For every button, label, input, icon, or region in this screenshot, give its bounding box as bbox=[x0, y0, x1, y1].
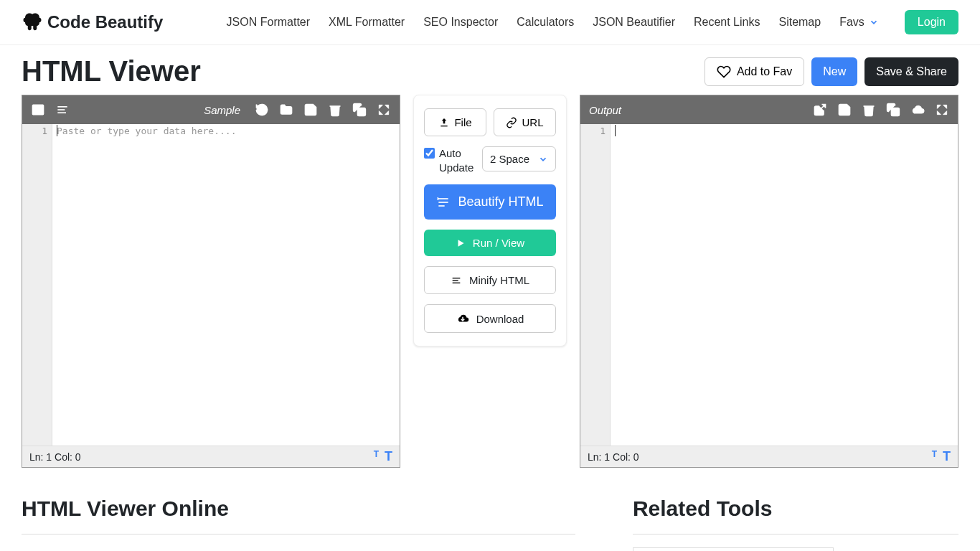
output-toolbar: Output bbox=[580, 95, 958, 124]
page-title: HTML Viewer bbox=[22, 55, 201, 88]
nav-favs[interactable]: Favs bbox=[839, 16, 879, 29]
nav-json-formatter[interactable]: JSON Formatter bbox=[227, 16, 310, 29]
add-to-fav-button[interactable]: Add to Fav bbox=[705, 57, 804, 86]
main: Sample 1 Paste or type your data here...… bbox=[0, 95, 980, 482]
input-status-bar: Ln: 1 Col: 0 T T bbox=[22, 446, 400, 467]
input-cursor-pos: Ln: 1 Col: 0 bbox=[29, 451, 81, 463]
title-row: HTML Viewer Add to Fav New Save & Share bbox=[0, 45, 980, 95]
nav-sitemap[interactable]: Sitemap bbox=[778, 16, 821, 29]
nav-xml-formatter[interactable]: XML Formatter bbox=[329, 16, 405, 29]
output-label: Output bbox=[589, 104, 621, 116]
beautify-button[interactable]: Beautify HTML bbox=[424, 184, 556, 220]
indent-select[interactable]: 2 Space bbox=[482, 146, 556, 171]
run-button[interactable]: Run / View bbox=[424, 230, 556, 256]
history-icon[interactable] bbox=[255, 103, 269, 117]
input-gutter: 1 bbox=[22, 124, 52, 446]
cloud-download-icon bbox=[456, 312, 469, 325]
external-icon[interactable] bbox=[813, 103, 827, 117]
output-gutter: 1 bbox=[580, 124, 611, 446]
related-item[interactable] bbox=[633, 547, 834, 551]
chevron-down-icon bbox=[538, 154, 548, 164]
input-textarea[interactable]: Paste or type your data here.... bbox=[52, 124, 400, 446]
folder-icon[interactable] bbox=[279, 103, 293, 117]
download-button[interactable]: Download bbox=[424, 304, 556, 333]
text-size-controls: T T bbox=[932, 449, 951, 464]
header: Code Beautify JSON Formatter XML Formatt… bbox=[0, 0, 980, 45]
save-icon[interactable] bbox=[837, 103, 852, 117]
input-toolbar: Sample bbox=[22, 95, 400, 124]
nav-json-beautifier[interactable]: JSON Beautifier bbox=[593, 16, 675, 29]
save-icon[interactable] bbox=[303, 103, 318, 117]
menu-icon[interactable] bbox=[55, 103, 70, 117]
title-actions: Add to Fav New Save & Share bbox=[705, 57, 958, 86]
compress-icon bbox=[451, 275, 462, 286]
divider bbox=[633, 534, 958, 534]
trash-icon[interactable] bbox=[862, 103, 876, 117]
svg-marker-13 bbox=[458, 240, 463, 246]
trash-icon[interactable] bbox=[328, 103, 342, 117]
auto-update-checkbox[interactable] bbox=[424, 148, 435, 159]
text-size-controls: T T bbox=[374, 449, 392, 464]
divider bbox=[22, 534, 575, 534]
output-status-bar: Ln: 1 Col: 0 T T bbox=[580, 446, 958, 467]
article-desc: HTML Viewer online is easy to use tool t… bbox=[22, 547, 575, 551]
output-cursor-pos: Ln: 1 Col: 0 bbox=[588, 451, 639, 463]
actions-panel: File URL Auto Update 2 Space Beautify HT… bbox=[413, 95, 567, 347]
brain-icon bbox=[22, 11, 43, 33]
cloud-icon[interactable] bbox=[910, 103, 925, 117]
text-smaller[interactable]: T bbox=[932, 449, 937, 464]
link-icon bbox=[506, 117, 517, 128]
expand-icon[interactable] bbox=[377, 103, 391, 117]
play-icon bbox=[456, 238, 466, 248]
svg-rect-9 bbox=[441, 126, 448, 126]
input-editor: Sample 1 Paste or type your data here...… bbox=[22, 95, 400, 468]
save-share-button[interactable]: Save & Share bbox=[864, 57, 958, 86]
nav-recent-links[interactable]: Recent Links bbox=[694, 16, 760, 29]
logo[interactable]: Code Beautify bbox=[22, 11, 163, 33]
list-icon[interactable] bbox=[31, 103, 45, 117]
bottom-section: HTML Viewer Online HTML Viewer online is… bbox=[0, 482, 980, 551]
copy-icon[interactable] bbox=[352, 103, 367, 117]
nav-calculators[interactable]: Calculators bbox=[517, 16, 574, 29]
minify-button[interactable]: Minify HTML bbox=[424, 266, 556, 294]
output-editor: Output 1 Ln: 1 Col: 0 T T bbox=[580, 95, 958, 468]
sample-label[interactable]: Sample bbox=[204, 104, 240, 116]
brand-text: Code Beautify bbox=[47, 12, 163, 32]
output-body[interactable]: 1 bbox=[580, 124, 958, 446]
article-title: HTML Viewer Online bbox=[22, 496, 575, 521]
format-icon bbox=[436, 195, 451, 209]
expand-icon[interactable] bbox=[935, 103, 949, 117]
svg-rect-19 bbox=[892, 108, 900, 116]
login-button[interactable]: Login bbox=[905, 10, 958, 34]
new-button[interactable]: New bbox=[811, 57, 857, 86]
chevron-down-icon bbox=[869, 17, 879, 27]
input-body[interactable]: 1 Paste or type your data here.... bbox=[22, 124, 400, 446]
copy-icon[interactable] bbox=[886, 103, 900, 117]
text-bigger[interactable]: T bbox=[385, 449, 392, 464]
upload-icon bbox=[438, 117, 450, 128]
auto-update-label: Auto Update bbox=[439, 146, 476, 174]
url-button[interactable]: URL bbox=[494, 108, 556, 136]
svg-rect-8 bbox=[358, 108, 366, 116]
output-textarea bbox=[611, 124, 958, 446]
related-title: Related Tools bbox=[633, 496, 958, 521]
nav-seo-inspector[interactable]: SEO Inspector bbox=[423, 16, 498, 29]
text-bigger[interactable]: T bbox=[943, 449, 951, 464]
nav: JSON Formatter XML Formatter SEO Inspect… bbox=[227, 10, 958, 34]
text-smaller[interactable]: T bbox=[374, 449, 379, 464]
file-button[interactable]: File bbox=[424, 108, 486, 136]
heart-icon bbox=[717, 65, 731, 79]
